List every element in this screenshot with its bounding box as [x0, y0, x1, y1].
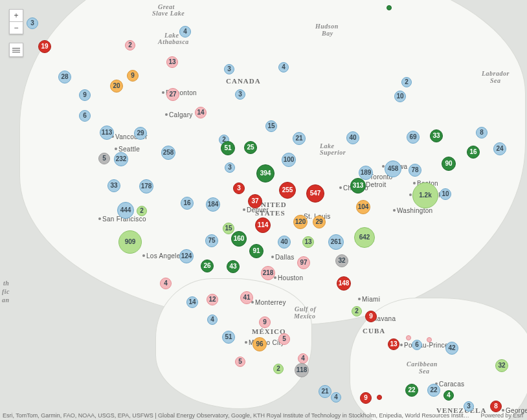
cluster-marker[interactable]: 3	[233, 182, 245, 194]
cluster-marker[interactable]: 90	[442, 157, 456, 171]
cluster-marker[interactable]: 96	[252, 337, 267, 351]
cluster-marker[interactable]: 4	[207, 315, 218, 325]
cluster-marker[interactable]: 14	[195, 107, 207, 118]
cluster-marker[interactable]: 6	[79, 110, 91, 122]
cluster-marker[interactable]: 25	[244, 141, 257, 154]
cluster-marker[interactable]: 13	[388, 338, 399, 350]
cluster-marker[interactable]: 37	[248, 194, 262, 208]
cluster-marker[interactable]: 2	[401, 77, 412, 87]
cluster-marker[interactable]: 32	[335, 254, 348, 267]
cluster-marker[interactable]: 313	[350, 178, 366, 193]
cluster-marker[interactable]: 120	[293, 215, 308, 229]
cluster-marker[interactable]: 91	[249, 244, 264, 258]
cluster-marker[interactable]: 40	[278, 236, 291, 249]
cluster-marker[interactable]: 104	[356, 200, 370, 214]
cluster-marker[interactable]	[427, 337, 432, 342]
cluster-marker[interactable]: 114	[255, 217, 271, 233]
cluster-marker[interactable]: 28	[58, 71, 71, 83]
cluster-marker[interactable]: 1.2k	[412, 182, 438, 208]
cluster-marker[interactable]: 4	[179, 26, 191, 38]
cluster-marker[interactable]: 8	[490, 401, 502, 412]
cluster-marker[interactable]: 5	[278, 333, 290, 345]
cluster-marker[interactable]: 9	[127, 70, 139, 82]
cluster-marker[interactable]: 26	[201, 260, 214, 272]
cluster-marker[interactable]: 124	[179, 249, 194, 263]
cluster-marker[interactable]: 29	[313, 216, 326, 228]
cluster-marker[interactable]: 15	[223, 223, 234, 234]
cluster-marker[interactable]: 2	[352, 306, 362, 316]
cluster-marker[interactable]: 394	[256, 164, 275, 182]
cluster-marker[interactable]: 232	[114, 152, 128, 166]
cluster-marker[interactable]: 33	[430, 129, 443, 142]
cluster-marker[interactable]: 22	[405, 384, 418, 397]
cluster-marker[interactable]: 75	[205, 234, 218, 247]
cluster-marker[interactable]: 458	[385, 160, 401, 177]
cluster-marker[interactable]: 21	[319, 385, 331, 398]
cluster-marker[interactable]: 9	[365, 311, 377, 322]
cluster-marker[interactable]: 32	[495, 359, 508, 372]
cluster-marker[interactable]: 2	[137, 206, 147, 216]
cluster-marker[interactable]: 160	[231, 231, 247, 247]
cluster-marker[interactable]: 444	[117, 202, 134, 219]
cluster-marker[interactable]: 118	[295, 363, 309, 377]
zoom-out-button[interactable]: −	[10, 21, 23, 34]
cluster-marker[interactable]: 27	[166, 88, 179, 101]
cluster-marker[interactable]: 9	[259, 316, 271, 328]
cluster-marker[interactable]: 69	[407, 131, 420, 144]
cluster-marker[interactable]: 255	[279, 182, 296, 199]
cluster-marker[interactable]: 113	[100, 126, 114, 140]
cluster-marker[interactable]: 24	[493, 142, 506, 155]
cluster-marker[interactable]: 178	[139, 179, 153, 193]
cluster-marker[interactable]	[387, 5, 392, 10]
cluster-marker[interactable]: 184	[206, 197, 220, 212]
cluster-marker[interactable]: 16	[181, 197, 194, 210]
cluster-marker[interactable]: 13	[166, 56, 178, 68]
cluster-marker[interactable]: 100	[282, 153, 296, 167]
cluster-marker[interactable]: 19	[38, 40, 51, 53]
map-viewport[interactable]: + − CANADAUNITEDSTATESMÉXICOCUBAVENEZUEL…	[0, 0, 527, 420]
cluster-marker[interactable]: 148	[337, 276, 351, 291]
cluster-marker[interactable]: 14	[186, 296, 198, 308]
cluster-marker[interactable]	[377, 395, 382, 400]
cluster-marker[interactable]: 21	[293, 132, 306, 145]
cluster-marker[interactable]: 97	[297, 256, 310, 269]
cluster-marker[interactable]: 4	[443, 390, 454, 401]
cluster-marker[interactable]: 51	[222, 331, 235, 344]
cluster-marker[interactable]: 41	[240, 291, 253, 304]
cluster-marker[interactable]: 3	[225, 162, 235, 173]
cluster-marker[interactable]: 8	[476, 127, 488, 138]
cluster-marker[interactable]: 4	[160, 278, 172, 289]
zoom-in-button[interactable]: +	[10, 10, 23, 21]
cluster-marker[interactable]: 4	[331, 392, 341, 403]
cluster-marker[interactable]: 2	[125, 40, 135, 50]
cluster-marker[interactable]: 189	[359, 166, 373, 180]
cluster-marker[interactable]: 33	[107, 179, 120, 192]
cluster-marker[interactable]: 10	[440, 188, 451, 200]
cluster-marker[interactable]: 547	[306, 184, 324, 203]
cluster-marker[interactable]: 15	[265, 120, 277, 132]
cluster-marker[interactable]: 218	[261, 266, 275, 280]
cluster-marker[interactable]: 42	[445, 342, 458, 355]
cluster-marker[interactable]: 10	[394, 91, 406, 102]
cluster-marker[interactable]: 16	[467, 146, 480, 159]
cluster-marker[interactable]: 3	[224, 64, 234, 74]
cluster-marker[interactable]: 642	[354, 227, 375, 248]
powered-by-link[interactable]: Powered by Esri	[480, 412, 523, 419]
cluster-marker[interactable]: 9	[360, 392, 372, 404]
cluster-marker[interactable]	[406, 335, 411, 340]
cluster-marker[interactable]: 43	[227, 260, 240, 273]
cluster-marker[interactable]: 20	[110, 80, 123, 93]
cluster-marker[interactable]: 4	[278, 62, 289, 72]
cluster-marker[interactable]: 909	[118, 230, 142, 254]
cluster-marker[interactable]: 258	[161, 146, 175, 160]
cluster-marker[interactable]: 5	[235, 357, 245, 367]
cluster-marker[interactable]: 13	[302, 236, 314, 248]
cluster-marker[interactable]: 51	[221, 141, 235, 155]
cluster-marker[interactable]: 40	[346, 131, 359, 144]
cluster-marker[interactable]: 6	[412, 340, 422, 350]
cluster-marker[interactable]: 3	[464, 401, 474, 412]
cluster-marker[interactable]: 4	[298, 353, 308, 364]
legend-toggle-button[interactable]	[9, 43, 23, 57]
cluster-marker[interactable]: 9	[79, 89, 91, 101]
cluster-marker[interactable]: 29	[134, 127, 147, 140]
